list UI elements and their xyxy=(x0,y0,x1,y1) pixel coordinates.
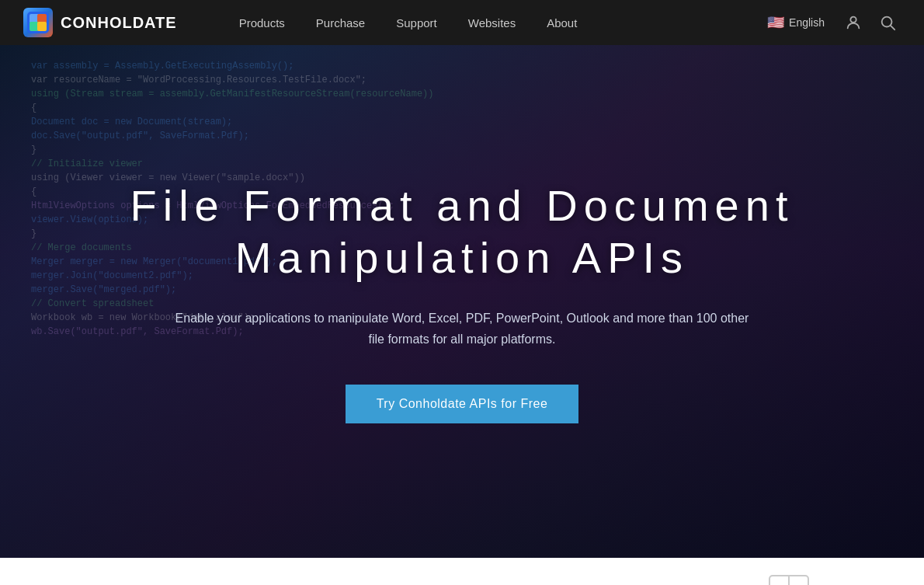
nav-item-about[interactable]: About xyxy=(531,0,592,45)
nav-item-websites[interactable]: Websites xyxy=(453,0,531,45)
revain-watermark: Revain xyxy=(766,572,901,585)
hero-subtitle: Enable your applications to manipulate W… xyxy=(171,308,753,350)
products-heading: OUR PRODUCTS xyxy=(379,561,545,586)
language-selector[interactable]: 🇺🇸 English xyxy=(759,14,832,31)
code-line: // Initialize viewer xyxy=(31,158,893,169)
code-line: doc.Save("output.pdf", SaveFormat.Pdf); xyxy=(31,131,893,141)
hero-content: File Format and Document Manipulation AP… xyxy=(115,179,810,423)
logo-text: CONHOLDATE xyxy=(61,14,177,32)
navbar: CONHOLDATE Products Purchase Support Web… xyxy=(0,0,924,45)
hero-title: File Format and Document Manipulation AP… xyxy=(130,179,794,284)
code-line: } xyxy=(31,145,893,155)
navbar-right: 🇺🇸 English xyxy=(759,9,901,36)
user-icon-button[interactable] xyxy=(840,9,867,36)
nav-item-support[interactable]: Support xyxy=(380,0,453,45)
search-icon-button[interactable] xyxy=(874,9,901,36)
code-line: var resourceName = "WordProcessing.Resou… xyxy=(31,75,893,85)
flag-icon: 🇺🇸 xyxy=(767,14,784,31)
navbar-nav: Products Purchase Support Websites About xyxy=(224,0,759,45)
code-line: using (Stream stream = assembly.GetManif… xyxy=(31,89,893,99)
svg-rect-4 xyxy=(37,22,47,31)
hero-section: var assembly = Assembly.GetExecutingAsse… xyxy=(0,45,924,558)
svg-point-5 xyxy=(850,17,856,23)
hero-cta-button[interactable]: Try Conholdate APIs for Free xyxy=(346,385,579,423)
svg-line-7 xyxy=(891,26,894,30)
nav-item-purchase[interactable]: Purchase xyxy=(300,0,380,45)
code-line: Document doc = new Document(stream); xyxy=(31,117,893,127)
nav-item-products[interactable]: Products xyxy=(224,0,300,45)
logo-link[interactable]: CONHOLDATE xyxy=(23,8,177,37)
logo-icon xyxy=(23,8,53,37)
products-section: OUR PRODUCTS Revain xyxy=(0,558,924,585)
code-line: { xyxy=(31,103,893,113)
code-line: var assembly = Assembly.GetExecutingAsse… xyxy=(31,61,893,71)
language-label: English xyxy=(789,16,825,29)
revain-logo-icon xyxy=(766,572,812,585)
